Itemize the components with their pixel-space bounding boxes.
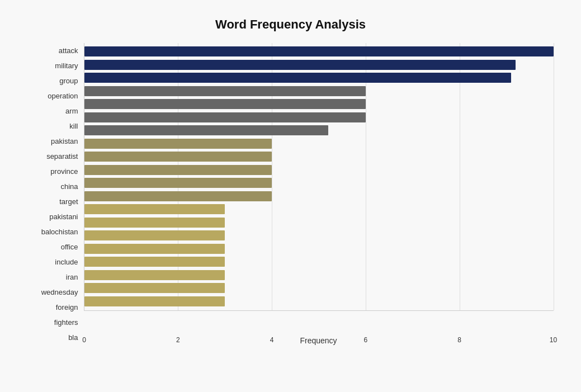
bar (84, 60, 516, 70)
bar-row (84, 229, 554, 242)
y-label: fighters (54, 319, 78, 326)
x-tick-label: 4 (270, 336, 274, 344)
y-label: attack (59, 47, 78, 54)
bar-row (84, 85, 554, 97)
bar (84, 191, 272, 201)
bar (84, 125, 328, 135)
bar-row (84, 216, 554, 229)
plot-area: 0246810 (84, 43, 554, 311)
y-label: group (59, 77, 78, 84)
y-label: province (50, 168, 78, 175)
bar (84, 152, 272, 162)
bar (84, 112, 366, 122)
y-label: balochistan (41, 228, 78, 235)
bar-row (84, 269, 554, 281)
y-label: china (60, 183, 78, 190)
bar-row (84, 203, 554, 215)
x-tick-label: 8 (457, 336, 461, 344)
x-tick-label: 0 (82, 336, 86, 344)
bar (84, 218, 225, 228)
bar-row (84, 164, 554, 176)
bar-row (84, 282, 554, 294)
bar (84, 296, 225, 306)
bar (84, 73, 511, 83)
y-label: pakistan (51, 138, 78, 145)
y-label: arm (65, 107, 78, 115)
y-label: operation (48, 92, 78, 100)
bar-row (84, 150, 554, 163)
bar-row (84, 124, 554, 136)
bar (84, 139, 272, 149)
chart-area: attackmilitarygroupoperationarmkillpakis… (28, 43, 554, 345)
y-label: pakistani (49, 213, 78, 220)
bar-row (84, 256, 554, 268)
bar-row (84, 138, 554, 150)
y-label: target (59, 198, 78, 205)
y-axis: attackmilitarygroupoperationarmkillpakis… (28, 43, 84, 345)
bar (84, 283, 225, 293)
x-axis-title: Frequency (84, 336, 554, 345)
bar (84, 165, 272, 175)
bar-row (84, 72, 554, 84)
bar (84, 230, 225, 240)
y-label: bla (68, 334, 78, 341)
y-label: kill (69, 122, 78, 130)
bar (84, 46, 554, 56)
bar-row (84, 190, 554, 202)
bar-row (84, 295, 554, 308)
x-tick-label: 6 (364, 336, 368, 344)
y-label: office (61, 243, 78, 251)
bar (84, 178, 272, 188)
x-tick-label: 2 (176, 336, 180, 344)
bar-row (84, 243, 554, 255)
chart-title: Word Frequency Analysis (28, 17, 554, 32)
bar-row (84, 111, 554, 124)
bar (84, 86, 366, 96)
y-label: separatist (46, 153, 78, 160)
bar-row (84, 98, 554, 110)
x-tick-label: 10 (550, 336, 557, 344)
bar (84, 99, 366, 109)
gridline (554, 43, 554, 310)
bar (84, 204, 225, 214)
y-label: iran (66, 273, 78, 281)
bar (84, 244, 225, 254)
y-label: include (55, 258, 78, 266)
bar-row (84, 177, 554, 189)
y-label: wednesday (41, 289, 78, 296)
bar (84, 270, 225, 280)
bar (84, 257, 225, 267)
y-label: military (55, 62, 78, 69)
bar-row (84, 45, 554, 58)
y-label: foreign (56, 304, 78, 311)
chart-container: Word Frequency Analysis attackmilitarygr… (11, 6, 570, 386)
bar-row (84, 59, 554, 71)
